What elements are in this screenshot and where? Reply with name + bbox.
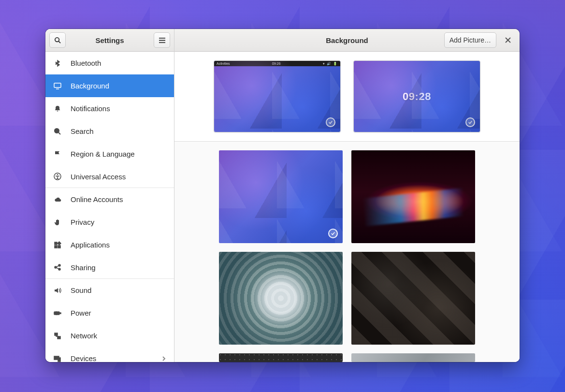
svg-point-0 <box>55 37 58 41</box>
desktop-preview-card[interactable]: Activities 09:26 ▾ 🔊 🔋 <box>214 60 341 132</box>
sidebar-headerbar: Settings <box>45 29 174 52</box>
sidebar: Settings BluetoothBackgroundNotification… <box>45 29 174 362</box>
svg-point-17 <box>58 268 60 270</box>
sidebar-item-privacy[interactable]: Privacy <box>45 211 174 233</box>
sidebar-item-label: Sharing <box>71 263 96 272</box>
flag-icon <box>53 150 62 158</box>
svg-rect-14 <box>58 246 60 248</box>
bluetooth-icon <box>53 59 62 67</box>
devices-icon <box>53 355 62 363</box>
sidebar-item-label: Bluetooth <box>71 59 101 67</box>
desktop-preview-topbar: Activities 09:26 ▾ 🔊 🔋 <box>214 61 340 66</box>
sidebar-item-network[interactable]: Network <box>45 324 174 347</box>
lockscreen-clock: 09:28 <box>403 90 431 103</box>
svg-rect-25 <box>58 358 60 362</box>
sidebar-title: Settings <box>70 36 150 44</box>
svg-rect-5 <box>54 83 61 87</box>
svg-point-10 <box>57 174 58 175</box>
sidebar-item-search[interactable]: Search <box>45 120 174 143</box>
selected-indicator <box>465 117 475 127</box>
sidebar-item-bluetooth[interactable]: Bluetooth <box>45 52 174 74</box>
svg-rect-12 <box>58 241 61 245</box>
sidebar-item-sound[interactable]: Sound <box>45 279 174 302</box>
svg-rect-21 <box>60 313 61 314</box>
svg-rect-11 <box>55 242 57 245</box>
apps-icon <box>53 241 62 249</box>
accessibility-icon <box>53 173 62 180</box>
sidebar-item-label: Power <box>71 309 91 317</box>
sidebar-item-region[interactable]: Region & Language <box>45 143 174 165</box>
sidebar-item-label: Applications <box>71 241 110 249</box>
speaker-icon <box>53 287 62 294</box>
chevron-right-icon <box>161 356 166 361</box>
activities-label: Activities <box>217 62 230 65</box>
check-icon <box>468 120 473 125</box>
sidebar-item-applications[interactable]: Applications <box>45 233 174 256</box>
svg-line-8 <box>58 132 60 134</box>
lockscreen-preview-card[interactable]: 09:28 <box>353 60 480 132</box>
sidebar-item-sharing[interactable]: Sharing <box>45 256 174 279</box>
wallpaper-thumb-gray-fabric[interactable] <box>351 353 475 362</box>
sidebar-item-label: Sound <box>71 286 91 294</box>
sidebar-item-label: Privacy <box>71 218 94 226</box>
svg-point-16 <box>58 264 60 266</box>
network-icon <box>53 332 62 340</box>
wallpaper-thumb-light-streaks[interactable] <box>351 150 475 243</box>
sidebar-item-label: Devices <box>71 354 96 362</box>
sidebar-item-label: Universal Access <box>71 173 126 181</box>
svg-rect-22 <box>55 333 58 335</box>
desktop-preview-indicators: ▾ 🔊 🔋 <box>323 62 338 66</box>
wallpaper-scroll[interactable] <box>174 142 520 362</box>
content-pane: Background Add Picture… Activities 09:26… <box>174 29 520 362</box>
sidebar-item-label: Network <box>71 332 97 340</box>
share-icon <box>53 263 62 271</box>
sidebar-item-notifications[interactable]: Notifications <box>45 97 174 120</box>
sidebar-item-universal[interactable]: Universal Access <box>45 165 174 188</box>
check-icon <box>331 231 335 236</box>
sidebar-item-label: Search <box>71 127 94 135</box>
wallpaper-thumb-winter-aerial[interactable] <box>219 252 343 345</box>
check-icon <box>328 120 333 125</box>
hamburger-icon <box>159 37 166 44</box>
sidebar-item-online[interactable]: Online Accounts <box>45 188 174 211</box>
svg-point-7 <box>55 129 59 133</box>
sidebar-nav: BluetoothBackgroundNotificationsSearchRe… <box>45 52 174 362</box>
wallpaper-grid <box>174 142 520 362</box>
search-icon <box>54 37 61 44</box>
sidebar-item-label: Online Accounts <box>71 195 123 203</box>
sidebar-item-label: Region & Language <box>71 150 135 158</box>
svg-line-1 <box>58 41 60 43</box>
wallpaper-thumb-adwaita-hex[interactable] <box>219 150 343 243</box>
sidebar-item-devices[interactable]: Devices <box>45 347 174 362</box>
hand-icon <box>53 218 62 226</box>
search-button[interactable] <box>49 32 66 48</box>
battery-icon <box>53 309 62 317</box>
background-previews: Activities 09:26 ▾ 🔊 🔋 09:28 <box>174 52 520 142</box>
close-icon <box>505 37 511 43</box>
search-icon <box>53 128 62 135</box>
settings-window: Settings BluetoothBackgroundNotification… <box>45 29 520 362</box>
close-button[interactable] <box>500 32 516 48</box>
add-picture-button[interactable]: Add Picture… <box>444 32 496 48</box>
bell-icon <box>53 105 62 113</box>
wallpaper-thumb-dark-leaves[interactable] <box>351 252 475 345</box>
cloud-icon <box>53 196 62 203</box>
menu-button[interactable] <box>154 32 170 48</box>
wallpaper-thumb-dotted[interactable] <box>219 353 343 362</box>
desktop-preview-clock: 09:26 <box>230 62 323 65</box>
svg-point-15 <box>55 266 57 268</box>
svg-line-19 <box>57 268 58 269</box>
sidebar-item-background[interactable]: Background <box>45 74 174 97</box>
sidebar-item-label: Notifications <box>71 104 110 113</box>
sidebar-item-label: Background <box>71 82 109 90</box>
selected-indicator <box>328 229 338 238</box>
svg-rect-13 <box>55 246 57 248</box>
svg-line-18 <box>57 266 58 267</box>
sidebar-item-power[interactable]: Power <box>45 302 174 324</box>
monitor-icon <box>53 82 62 90</box>
selected-indicator <box>326 117 335 127</box>
content-headerbar: Background Add Picture… <box>174 29 520 52</box>
